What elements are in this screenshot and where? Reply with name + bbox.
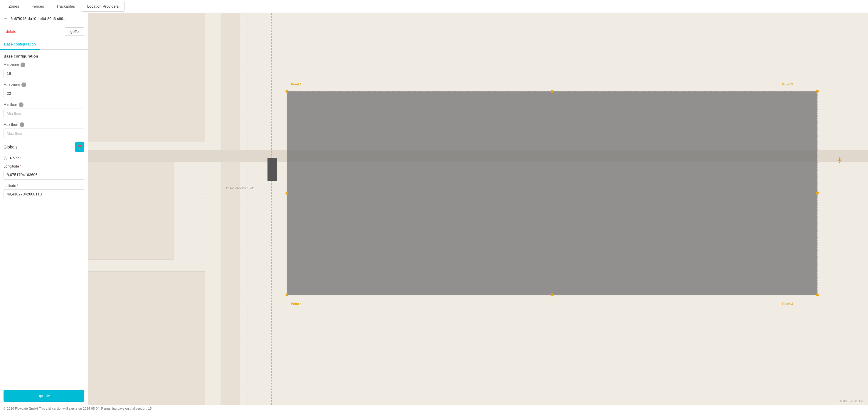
max-zoom-group: Max zoom i bbox=[3, 82, 84, 98]
max-floor-label: Max floor i bbox=[3, 123, 84, 127]
midpoint-right[interactable] bbox=[816, 192, 819, 195]
fence-rectangle bbox=[287, 91, 817, 295]
point-3-map-label: Point 3 bbox=[782, 302, 793, 306]
midpoint-left[interactable] bbox=[285, 192, 288, 195]
footer-bar: © 2024 Flowcate GmbH This trial version … bbox=[0, 405, 868, 412]
map-attribution: © MapTiler © Ope... bbox=[839, 400, 866, 403]
point-location-icon: ◎ bbox=[3, 155, 8, 161]
max-floor-input[interactable] bbox=[3, 129, 84, 138]
min-zoom-label: Min zoom i bbox=[3, 63, 84, 67]
tab-location-providers[interactable]: Location Providers bbox=[82, 1, 124, 12]
max-floor-info-icon[interactable]: i bbox=[20, 123, 24, 127]
point-1-label: Point 1 bbox=[10, 156, 22, 160]
min-zoom-input[interactable] bbox=[3, 69, 84, 78]
midpoint-top[interactable] bbox=[551, 90, 554, 93]
latitude-label: Latitude * bbox=[3, 184, 84, 188]
bike-icon: ⛹ bbox=[837, 157, 843, 163]
globals-title: Globals bbox=[3, 145, 17, 149]
delete-button[interactable]: delete bbox=[3, 28, 19, 35]
min-floor-input[interactable] bbox=[3, 109, 84, 118]
tab-base-configuration[interactable]: Base configuration bbox=[0, 39, 40, 50]
corner-p2-dot[interactable] bbox=[816, 90, 819, 93]
longitude-input[interactable] bbox=[3, 170, 84, 180]
panel-actions: delete goTo bbox=[0, 24, 88, 39]
latitude-group: Latitude * bbox=[3, 184, 84, 199]
tab-zones[interactable]: Zones bbox=[3, 1, 25, 12]
map-area[interactable]: Im Neuenheimer Feld Point 1 Point 2 Poin… bbox=[88, 13, 868, 405]
longitude-label: Longitude * bbox=[3, 164, 84, 168]
back-button[interactable]: ← bbox=[3, 16, 8, 21]
panel-tabs: Base configuration bbox=[0, 39, 88, 50]
max-zoom-label: Max zoom i bbox=[3, 82, 84, 87]
street-label: Im Neuenheimer Feld bbox=[226, 186, 254, 190]
point-1-item: ◎ Point 1 bbox=[3, 155, 84, 161]
point-4-map-label: Point 4 bbox=[291, 302, 302, 306]
base-config-section-title: Base configuration bbox=[3, 54, 84, 58]
max-zoom-input[interactable] bbox=[3, 89, 84, 98]
point-2-map-label: Point 2 bbox=[782, 82, 793, 86]
footer-copyright: © 2024 Flowcate GmbH This trial version … bbox=[3, 407, 152, 410]
min-zoom-group: Min zoom i bbox=[3, 63, 84, 78]
svg-rect-4 bbox=[88, 271, 205, 405]
corner-p1-dot[interactable] bbox=[285, 90, 288, 93]
main-layout: ← 6a87f045-da10-4b6d-80a6-c99... delete … bbox=[0, 13, 868, 405]
corner-p3-dot[interactable] bbox=[816, 294, 819, 297]
point-1-map-label: Point 1 bbox=[291, 82, 302, 86]
tab-trackables[interactable]: Trackables bbox=[51, 1, 81, 12]
latitude-required-star: * bbox=[17, 184, 18, 188]
drag-handle[interactable] bbox=[268, 158, 277, 181]
min-floor-label: Min floor i bbox=[3, 102, 84, 107]
panel-footer: update bbox=[0, 387, 88, 405]
update-button[interactable]: update bbox=[3, 390, 84, 402]
svg-rect-3 bbox=[88, 162, 174, 260]
longitude-required-star: * bbox=[20, 164, 21, 168]
goto-button[interactable]: goTo bbox=[65, 27, 84, 36]
tab-fences[interactable]: Fences bbox=[26, 1, 50, 12]
svg-rect-0 bbox=[221, 13, 240, 405]
left-panel: ← 6a87f045-da10-4b6d-80a6-c99... delete … bbox=[0, 13, 88, 405]
globals-header: Globals 📍 bbox=[3, 142, 84, 152]
min-floor-info-icon[interactable]: i bbox=[19, 102, 24, 107]
panel-content[interactable]: Base configuration Min zoom i Max zoom i bbox=[0, 50, 88, 387]
top-tabs-bar: Zones Fences Trackables Location Provide… bbox=[0, 0, 868, 13]
panel-header: ← 6a87f045-da10-4b6d-80a6-c99... bbox=[0, 13, 88, 24]
midpoint-bottom[interactable] bbox=[551, 294, 554, 297]
max-floor-group: Max floor i bbox=[3, 123, 84, 138]
min-zoom-info-icon[interactable]: i bbox=[21, 63, 25, 67]
svg-rect-2 bbox=[88, 13, 205, 142]
corner-p4-dot[interactable] bbox=[285, 294, 288, 297]
min-floor-group: Min floor i bbox=[3, 102, 84, 118]
longitude-group: Longitude * bbox=[3, 164, 84, 180]
panel-title: 6a87f045-da10-4b6d-80a6-c99... bbox=[10, 16, 66, 21]
max-zoom-info-icon[interactable]: i bbox=[22, 82, 26, 87]
add-point-button[interactable]: 📍 bbox=[75, 142, 84, 152]
map-svg: Im Neuenheimer Feld Point 1 Point 2 Poin… bbox=[88, 13, 868, 405]
add-icon: 📍 bbox=[76, 144, 83, 150]
latitude-input[interactable] bbox=[3, 189, 84, 199]
